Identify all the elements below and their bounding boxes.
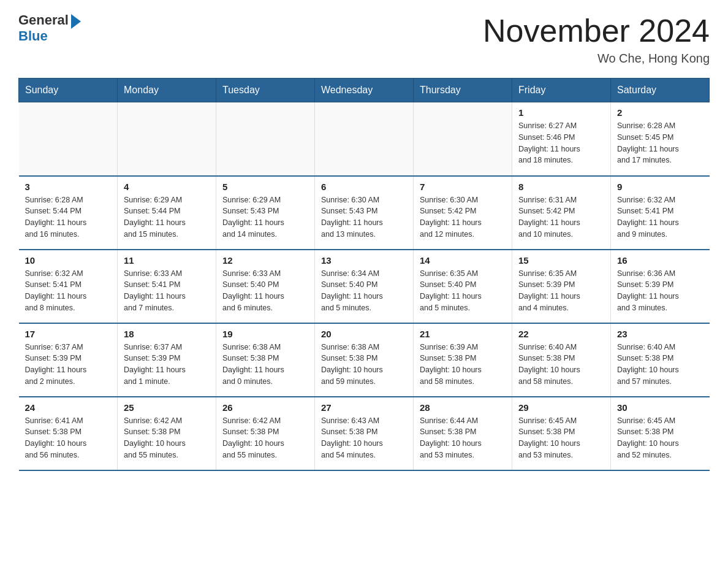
calendar-cell: 12Sunrise: 6:33 AMSunset: 5:40 PMDayligh… [216, 250, 315, 323]
day-number: 20 [321, 329, 407, 339]
day-info: Sunrise: 6:29 AMSunset: 5:44 PMDaylight:… [124, 194, 210, 240]
calendar-cell: 11Sunrise: 6:33 AMSunset: 5:41 PMDayligh… [118, 250, 216, 323]
day-number: 12 [222, 255, 308, 266]
day-number: 8 [518, 182, 604, 192]
calendar-cell: 25Sunrise: 6:42 AMSunset: 5:38 PMDayligh… [118, 397, 216, 470]
day-number: 5 [222, 182, 308, 192]
day-info: Sunrise: 6:37 AMSunset: 5:39 PMDaylight:… [124, 342, 210, 388]
day-number: 11 [124, 255, 210, 266]
weekday-header-monday: Monday [118, 79, 216, 102]
day-number: 16 [617, 255, 703, 266]
day-info: Sunrise: 6:32 AMSunset: 5:41 PMDaylight:… [25, 268, 112, 314]
calendar-cell: 24Sunrise: 6:41 AMSunset: 5:38 PMDayligh… [19, 397, 118, 470]
day-info: Sunrise: 6:42 AMSunset: 5:38 PMDaylight:… [124, 415, 210, 461]
calendar-cell: 10Sunrise: 6:32 AMSunset: 5:41 PMDayligh… [19, 250, 118, 323]
day-number: 24 [25, 402, 112, 413]
calendar-cell: 9Sunrise: 6:32 AMSunset: 5:41 PMDaylight… [611, 176, 710, 250]
weekday-header-sunday: Sunday [19, 79, 118, 102]
day-number: 18 [124, 329, 210, 339]
month-title: November 2024 [483, 12, 710, 49]
day-info: Sunrise: 6:30 AMSunset: 5:42 PMDaylight:… [420, 194, 506, 240]
day-number: 17 [25, 329, 112, 339]
day-info: Sunrise: 6:44 AMSunset: 5:38 PMDaylight:… [420, 415, 506, 461]
calendar-cell: 5Sunrise: 6:29 AMSunset: 5:43 PMDaylight… [216, 176, 315, 250]
calendar-cell: 30Sunrise: 6:45 AMSunset: 5:38 PMDayligh… [611, 397, 710, 470]
calendar-cell: 7Sunrise: 6:30 AMSunset: 5:42 PMDaylight… [414, 176, 512, 250]
week-row-1: 1Sunrise: 6:27 AMSunset: 5:46 PMDaylight… [19, 102, 710, 176]
day-info: Sunrise: 6:33 AMSunset: 5:40 PMDaylight:… [222, 268, 308, 314]
calendar-cell: 18Sunrise: 6:37 AMSunset: 5:39 PMDayligh… [118, 323, 216, 397]
weekday-header-row: SundayMondayTuesdayWednesdayThursdayFrid… [19, 79, 710, 102]
calendar-cell: 6Sunrise: 6:30 AMSunset: 5:43 PMDaylight… [315, 176, 414, 250]
day-info: Sunrise: 6:38 AMSunset: 5:38 PMDaylight:… [321, 342, 407, 388]
day-info: Sunrise: 6:41 AMSunset: 5:38 PMDaylight:… [25, 415, 112, 461]
day-number: 2 [617, 107, 703, 118]
day-info: Sunrise: 6:35 AMSunset: 5:39 PMDaylight:… [518, 268, 604, 314]
day-info: Sunrise: 6:33 AMSunset: 5:41 PMDaylight:… [124, 268, 210, 314]
day-info: Sunrise: 6:43 AMSunset: 5:38 PMDaylight:… [321, 415, 407, 461]
day-number: 15 [518, 255, 604, 266]
calendar-cell: 29Sunrise: 6:45 AMSunset: 5:38 PMDayligh… [512, 397, 611, 470]
calendar-cell: 14Sunrise: 6:35 AMSunset: 5:40 PMDayligh… [414, 250, 512, 323]
day-number: 7 [420, 182, 506, 192]
logo: General Blue [18, 12, 81, 44]
day-info: Sunrise: 6:35 AMSunset: 5:40 PMDaylight:… [420, 268, 506, 314]
day-info: Sunrise: 6:27 AMSunset: 5:46 PMDaylight:… [518, 120, 604, 166]
title-area: November 2024 Wo Che, Hong Kong [483, 12, 710, 66]
week-row-4: 17Sunrise: 6:37 AMSunset: 5:39 PMDayligh… [19, 323, 710, 397]
day-info: Sunrise: 6:29 AMSunset: 5:43 PMDaylight:… [222, 194, 308, 240]
day-info: Sunrise: 6:39 AMSunset: 5:38 PMDaylight:… [420, 342, 506, 388]
calendar-cell [414, 102, 512, 176]
day-info: Sunrise: 6:40 AMSunset: 5:38 PMDaylight:… [518, 342, 604, 388]
day-info: Sunrise: 6:34 AMSunset: 5:40 PMDaylight:… [321, 268, 407, 314]
calendar-cell [315, 102, 414, 176]
calendar-cell: 16Sunrise: 6:36 AMSunset: 5:39 PMDayligh… [611, 250, 710, 323]
week-row-3: 10Sunrise: 6:32 AMSunset: 5:41 PMDayligh… [19, 250, 710, 323]
calendar-cell: 4Sunrise: 6:29 AMSunset: 5:44 PMDaylight… [118, 176, 216, 250]
location: Wo Che, Hong Kong [483, 52, 710, 66]
day-info: Sunrise: 6:45 AMSunset: 5:38 PMDaylight:… [518, 415, 604, 461]
calendar-cell: 22Sunrise: 6:40 AMSunset: 5:38 PMDayligh… [512, 323, 611, 397]
calendar-table: SundayMondayTuesdayWednesdayThursdayFrid… [18, 78, 710, 471]
calendar-cell: 23Sunrise: 6:40 AMSunset: 5:38 PMDayligh… [611, 323, 710, 397]
day-number: 4 [124, 182, 210, 192]
day-number: 6 [321, 182, 407, 192]
header: General Blue November 2024 Wo Che, Hong … [18, 12, 710, 66]
week-row-2: 3Sunrise: 6:28 AMSunset: 5:44 PMDaylight… [19, 176, 710, 250]
day-number: 22 [518, 329, 604, 339]
calendar-cell: 21Sunrise: 6:39 AMSunset: 5:38 PMDayligh… [414, 323, 512, 397]
calendar-cell: 17Sunrise: 6:37 AMSunset: 5:39 PMDayligh… [19, 323, 118, 397]
calendar-cell: 2Sunrise: 6:28 AMSunset: 5:45 PMDaylight… [611, 102, 710, 176]
day-number: 9 [617, 182, 703, 192]
day-info: Sunrise: 6:37 AMSunset: 5:39 PMDaylight:… [25, 342, 112, 388]
logo-blue-text: Blue [18, 28, 48, 44]
weekday-header-saturday: Saturday [611, 79, 710, 102]
day-info: Sunrise: 6:28 AMSunset: 5:44 PMDaylight:… [25, 194, 112, 240]
day-info: Sunrise: 6:32 AMSunset: 5:41 PMDaylight:… [617, 194, 703, 240]
day-number: 10 [25, 255, 112, 266]
logo-general-text: General [18, 12, 69, 28]
day-number: 23 [617, 329, 703, 339]
day-info: Sunrise: 6:45 AMSunset: 5:38 PMDaylight:… [617, 415, 703, 461]
weekday-header-thursday: Thursday [414, 79, 512, 102]
calendar-cell: 26Sunrise: 6:42 AMSunset: 5:38 PMDayligh… [216, 397, 315, 470]
day-info: Sunrise: 6:38 AMSunset: 5:38 PMDaylight:… [222, 342, 308, 388]
day-info: Sunrise: 6:31 AMSunset: 5:42 PMDaylight:… [518, 194, 604, 240]
day-number: 30 [617, 402, 703, 413]
day-number: 27 [321, 402, 407, 413]
calendar-cell: 13Sunrise: 6:34 AMSunset: 5:40 PMDayligh… [315, 250, 414, 323]
calendar-cell: 28Sunrise: 6:44 AMSunset: 5:38 PMDayligh… [414, 397, 512, 470]
day-number: 29 [518, 402, 604, 413]
day-info: Sunrise: 6:42 AMSunset: 5:38 PMDaylight:… [222, 415, 308, 461]
calendar-cell: 3Sunrise: 6:28 AMSunset: 5:44 PMDaylight… [19, 176, 118, 250]
day-number: 25 [124, 402, 210, 413]
calendar-cell [118, 102, 216, 176]
calendar-cell: 19Sunrise: 6:38 AMSunset: 5:38 PMDayligh… [216, 323, 315, 397]
day-info: Sunrise: 6:40 AMSunset: 5:38 PMDaylight:… [617, 342, 703, 388]
day-number: 14 [420, 255, 506, 266]
day-number: 21 [420, 329, 506, 339]
calendar-cell [216, 102, 315, 176]
calendar-cell [19, 102, 118, 176]
calendar-cell: 8Sunrise: 6:31 AMSunset: 5:42 PMDaylight… [512, 176, 611, 250]
week-row-5: 24Sunrise: 6:41 AMSunset: 5:38 PMDayligh… [19, 397, 710, 470]
